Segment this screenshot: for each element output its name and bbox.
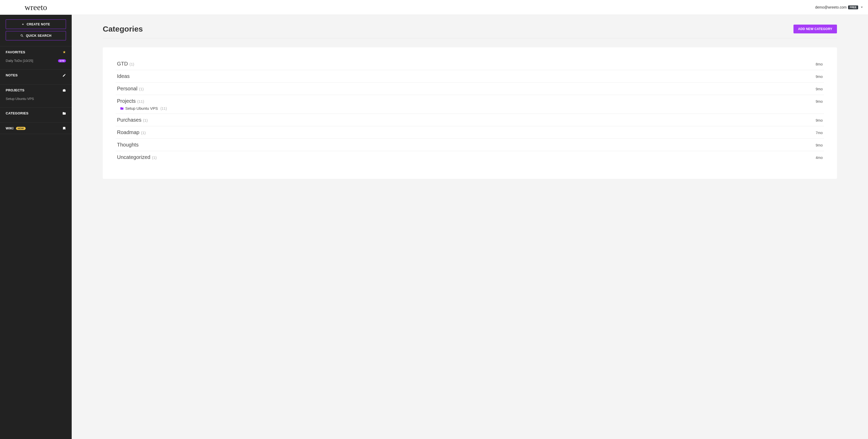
category-name: Uncategorized <box>117 154 150 160</box>
category-name: Ideas <box>117 73 130 79</box>
category-name: Purchases <box>117 117 142 123</box>
sidebar-section-notes: NOTES <box>0 69 72 81</box>
category-sub-name: Setup Ubuntu VPS <box>125 106 158 111</box>
wiki-label: WIKI NEW! <box>6 126 26 130</box>
category-name: Thoughts <box>117 142 138 148</box>
category-name: Projects <box>117 98 135 104</box>
sidebar-section-favorites: FAVORITES ★ Daily ToDo [10/25] GTD <box>0 46 72 66</box>
category-row-top: Personal(1)9mo <box>117 86 823 92</box>
user-menu[interactable]: demo@wreeto.com FREE <box>815 5 863 9</box>
category-row[interactable]: Thoughts9mo <box>116 139 824 151</box>
categories-card: GTD(1)8moIdeas9moPersonal(1)9moProjects(… <box>103 48 837 179</box>
category-row-top: Roadmap(1)7mo <box>117 129 823 135</box>
category-time: 8mo <box>816 62 823 66</box>
sidebar-header-notes[interactable]: NOTES <box>0 70 72 81</box>
projects-label: PROJECTS <box>6 88 24 92</box>
quick-search-label: QUICK SEARCH <box>26 34 52 37</box>
sidebar: ＋ CREATE NOTE QUICK SEARCH FAVORITES ★ D… <box>0 15 72 439</box>
book-icon <box>62 127 66 130</box>
sidebar-header-favorites[interactable]: FAVORITES ★ <box>0 46 72 58</box>
categories-list: GTD(1)8moIdeas9moPersonal(1)9moProjects(… <box>116 58 824 163</box>
category-subitem[interactable]: Setup Ubuntu VPS(11) <box>120 106 823 111</box>
star-icon: ★ <box>63 50 66 54</box>
category-time: 9mo <box>816 87 823 91</box>
category-row-top: GTD(1)8mo <box>117 61 823 67</box>
category-time: 7mo <box>816 131 823 135</box>
category-row-top: Projects(11)9mo <box>117 98 823 104</box>
pencil-icon <box>62 73 66 77</box>
add-category-button[interactable]: ADD NEW CATEGORY <box>794 25 837 33</box>
sidebar-header-categories[interactable]: CATEGORIES <box>0 108 72 119</box>
top-header: wreeto demo@wreeto.com FREE <box>0 0 868 15</box>
gtd-badge: GTD <box>58 59 66 62</box>
logo[interactable]: wreeto <box>25 3 47 12</box>
sidebar-header-projects[interactable]: PROJECTS <box>0 85 72 96</box>
user-email: demo@wreeto.com <box>815 5 847 9</box>
sidebar-header-wiki[interactable]: WIKI NEW! <box>0 123 72 134</box>
category-time: 9mo <box>816 99 823 103</box>
category-name: Roadmap <box>117 129 140 135</box>
page-title: Categories <box>103 25 143 33</box>
briefcase-icon <box>62 89 66 92</box>
search-icon <box>20 34 24 37</box>
category-row[interactable]: Purchases(1)9mo <box>116 114 824 126</box>
category-count: (1) <box>152 155 157 160</box>
folder-icon <box>62 112 66 115</box>
category-row[interactable]: Personal(1)9mo <box>116 83 824 95</box>
category-row[interactable]: GTD(1)8mo <box>116 58 824 70</box>
category-row[interactable]: Ideas9mo <box>116 70 824 83</box>
sidebar-section-projects: PROJECTS Setup Ubuntu VPS <box>0 84 72 104</box>
sidebar-section-categories: CATEGORIES <box>0 107 72 119</box>
create-note-button[interactable]: ＋ CREATE NOTE <box>6 20 66 29</box>
category-row[interactable]: Projects(11)9moSetup Ubuntu VPS(11) <box>116 95 824 114</box>
create-note-label: CREATE NOTE <box>27 23 50 26</box>
category-time: 4mo <box>816 156 823 160</box>
category-row[interactable]: Roadmap(1)7mo <box>116 126 824 139</box>
plus-icon: ＋ <box>22 22 25 26</box>
category-time: 9mo <box>816 143 823 147</box>
category-count: (1) <box>143 118 148 122</box>
category-name: Personal <box>117 86 137 91</box>
project-item-label: Setup Ubuntu VPS <box>6 97 34 101</box>
category-count: (1) <box>139 87 144 91</box>
category-row[interactable]: Uncategorized(1)4mo <box>116 151 824 163</box>
category-row-top: Ideas9mo <box>117 73 823 79</box>
page-header: Categories ADD NEW CATEGORY <box>103 25 837 38</box>
favorites-label: FAVORITES <box>6 50 25 54</box>
category-count: (11) <box>137 99 144 103</box>
sidebar-section-wiki: WIKI NEW! <box>0 122 72 134</box>
category-time: 9mo <box>816 74 823 79</box>
sidebar-item-favorite[interactable]: Daily ToDo [10/25] GTD <box>0 58 72 66</box>
category-count: (1) <box>129 62 134 66</box>
chevron-down-icon <box>861 7 863 8</box>
category-row-top: Thoughts9mo <box>117 142 823 148</box>
categories-label: CATEGORIES <box>6 111 28 115</box>
favorite-item-label: Daily ToDo [10/25] <box>6 59 33 63</box>
main-content: Categories ADD NEW CATEGORY GTD(1)8moIde… <box>72 15 868 439</box>
notes-label: NOTES <box>6 73 18 77</box>
folder-icon <box>120 107 124 110</box>
category-count: (1) <box>141 130 146 135</box>
category-row-top: Purchases(1)9mo <box>117 117 823 123</box>
plan-badge: FREE <box>848 5 858 9</box>
sidebar-item-project[interactable]: Setup Ubuntu VPS <box>0 96 72 104</box>
category-sub-count: (11) <box>160 106 167 111</box>
quick-search-button[interactable]: QUICK SEARCH <box>6 31 66 40</box>
category-time: 9mo <box>816 118 823 122</box>
category-row-top: Uncategorized(1)4mo <box>117 154 823 160</box>
new-badge: NEW! <box>16 127 26 130</box>
category-name: GTD <box>117 61 128 66</box>
